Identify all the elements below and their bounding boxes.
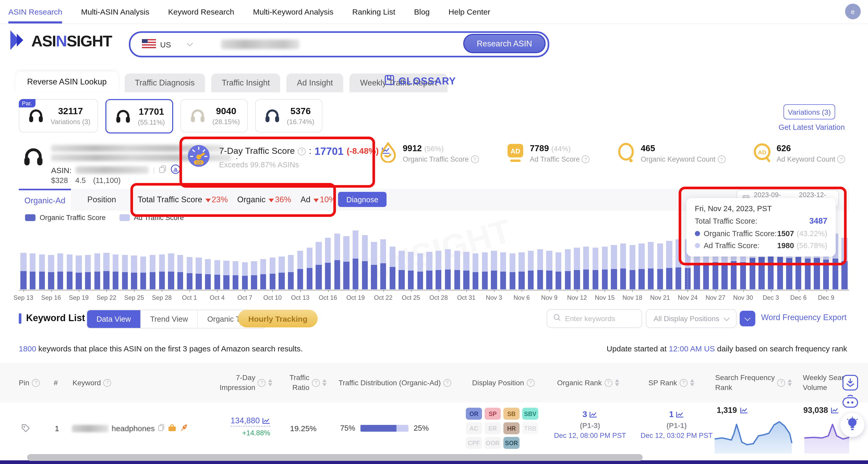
impression-link[interactable]: 134,880	[230, 416, 270, 427]
tab-ad-insight[interactable]: Ad Insight	[287, 73, 343, 92]
col-organic-rank[interactable]: Organic Rank?	[557, 363, 619, 402]
stacked-bar	[196, 258, 202, 289]
get-latest-variation-link[interactable]: Get Latest Variation	[775, 123, 848, 131]
organic-segment	[417, 271, 423, 289]
info-icon[interactable]: ?	[471, 155, 478, 163]
bar-31	[305, 225, 314, 289]
asin-input-blurred[interactable]	[221, 40, 300, 49]
col-impression[interactable]: 7-DayImpression ?	[220, 363, 273, 402]
svg-text:AD: AD	[758, 149, 766, 156]
ad-traffic-icon: AD	[506, 142, 525, 164]
organic-rank-link[interactable]: 3	[582, 410, 597, 419]
organic-segment	[39, 272, 45, 289]
bar-15	[157, 225, 166, 289]
bar-4	[56, 225, 65, 289]
logo[interactable]: ASINSIGHT	[8, 29, 112, 53]
feedback-report-icon[interactable]	[842, 374, 859, 393]
axis-tick	[494, 290, 495, 292]
impression-change: +14.88%	[242, 429, 270, 437]
info-icon[interactable]: ?	[298, 147, 306, 155]
sort-icon[interactable]	[268, 379, 273, 386]
stacked-bar	[602, 246, 608, 289]
info-icon[interactable]: ?	[837, 155, 845, 163]
position-badge-sb: SB	[503, 408, 520, 420]
organic-segment	[288, 272, 294, 289]
nav-item-blog[interactable]: Blog	[414, 0, 430, 24]
avatar[interactable]: e	[845, 4, 861, 19]
col-keyword: Keyword?	[72, 363, 112, 402]
nav-item-multi-asin-analysis[interactable]: Multi-ASIN Analysis	[81, 0, 150, 24]
pin-tag-icon[interactable]	[21, 423, 30, 433]
nav-item-keyword-research[interactable]: Keyword Research	[168, 0, 234, 24]
stacked-bar	[547, 251, 552, 289]
stat-value: 465	[641, 143, 725, 153]
view-trend-view[interactable]: Trend View	[141, 310, 198, 328]
nav-item-asin-research[interactable]: ASIN Research	[8, 0, 62, 24]
hourly-tracking-button[interactable]: Hourly Tracking	[238, 310, 318, 327]
horizontal-scrollbar[interactable]	[27, 454, 643, 461]
impression-cell: 134,880 +14.88%	[213, 416, 270, 437]
nav-item-ranking-list[interactable]: Ranking List	[352, 0, 395, 24]
export-link[interactable]: Export	[823, 313, 847, 322]
sp-rank-link[interactable]: 1	[669, 410, 684, 419]
nav-item-help-center[interactable]: Help Center	[448, 0, 490, 24]
stacked-bar	[159, 254, 165, 289]
tab-reverse-asin-lookup[interactable]: Reverse ASIN Lookup	[16, 71, 118, 92]
stacked-bar	[676, 239, 682, 289]
ad-segment	[113, 254, 119, 272]
col-pin[interactable]: Pin?	[19, 363, 40, 402]
tab-position[interactable]: Position	[78, 189, 125, 211]
country-selector[interactable]: US	[142, 39, 192, 50]
display-position-filter[interactable]: All Display Positions	[646, 309, 737, 328]
bar-22	[222, 225, 231, 289]
word-frequency-link[interactable]: Word Frequency	[761, 313, 821, 322]
organic-segment	[648, 268, 654, 289]
amazon-link-icon[interactable]: a	[170, 164, 180, 176]
stacked-bar	[30, 253, 36, 289]
sort-icon[interactable]	[615, 379, 619, 386]
research-asin-button[interactable]: Research ASIN	[463, 34, 546, 53]
info-icon[interactable]: ?	[582, 155, 590, 163]
variation-card-3[interactable]: 9040(28.15%)	[181, 99, 248, 132]
bar-70	[664, 225, 674, 289]
tab-organic-ad[interactable]: Organic-Ad	[19, 189, 71, 211]
logo-icon	[8, 29, 28, 53]
variation-card-1[interactable]: Par.32117Variations (3)	[19, 99, 98, 132]
keyword-search-input[interactable]: Enter keywords	[547, 309, 642, 328]
expand-filters-button[interactable]	[740, 311, 755, 326]
col-traffic-ratio[interactable]: TrafficRatio ?	[289, 363, 327, 402]
sort-icon[interactable]	[788, 379, 792, 386]
glossary-link[interactable]: GLOSSARY	[384, 74, 456, 88]
ad-segment	[76, 256, 82, 273]
product-reviews: (11,100)	[93, 176, 121, 185]
diagnose-button[interactable]: Diagnose	[338, 192, 387, 207]
col-search-frequency-rank[interactable]: Search FrequencyRank ?	[715, 363, 792, 402]
keyword-table-row[interactable]: 1 headphones 134,880 +14.88% 19.25% 75% …	[0, 402, 868, 455]
variation-card-4[interactable]: 5376(16.74%)	[255, 99, 322, 132]
sort-icon[interactable]	[322, 379, 327, 386]
col-sp-rank[interactable]: SP Rank?	[648, 363, 694, 402]
ad-segment	[325, 238, 331, 263]
bar-12	[130, 225, 139, 289]
tips-lightbulb-button[interactable]	[840, 413, 864, 437]
sort-icon[interactable]	[690, 379, 694, 386]
organic-keyword-icon	[617, 142, 636, 165]
nav-item-multi-keyword-analysis[interactable]: Multi-Keyword Analysis	[253, 0, 333, 24]
card-divider	[107, 100, 108, 131]
ad-segment	[297, 251, 303, 269]
rocket-icon	[179, 423, 188, 433]
variation-card-2[interactable]: 17701(55.11%)	[105, 99, 174, 133]
copy-icon[interactable]	[158, 424, 164, 433]
variations-button[interactable]: Variations (3)	[783, 104, 835, 120]
chat-bot-icon[interactable]	[842, 394, 859, 411]
info-icon[interactable]: ?	[717, 155, 725, 163]
tab-traffic-diagnosis[interactable]: Traffic Diagnosis	[124, 73, 205, 92]
bar-35	[342, 225, 351, 289]
keyword-cell[interactable]: headphones	[72, 423, 188, 433]
view-data-view[interactable]: Data View	[87, 310, 141, 328]
organic-segment	[842, 261, 848, 289]
copy-icon[interactable]	[159, 165, 166, 175]
position-badge-hr: HR	[503, 422, 520, 434]
product-rating: 4.5	[75, 176, 86, 185]
tab-traffic-insight[interactable]: Traffic Insight	[211, 73, 280, 92]
